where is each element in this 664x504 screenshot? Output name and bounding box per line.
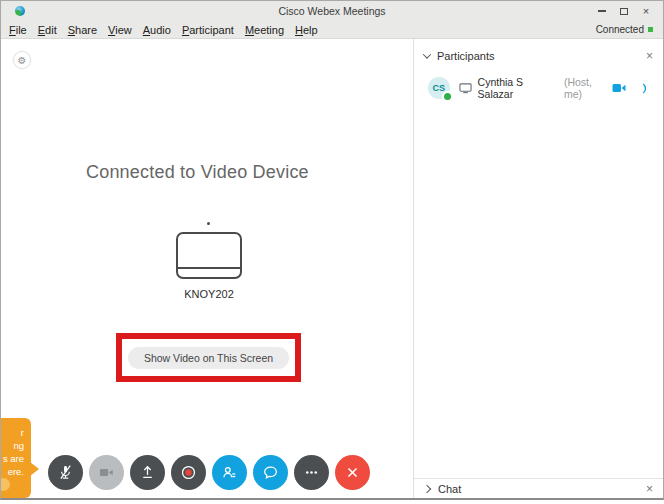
webex-window: Cisco Webex Meetings × File Edit Share V… — [0, 0, 664, 500]
participant-row[interactable]: CS Cynthia S Salazar (Host, me) — [414, 68, 663, 106]
menu-audio[interactable]: Audio — [143, 24, 171, 36]
close-x-icon — [344, 464, 361, 481]
participant-audio-icon[interactable] — [642, 83, 649, 94]
participants-close-button[interactable]: × — [646, 50, 653, 62]
participants-icon — [221, 464, 238, 481]
maximize-button[interactable] — [617, 4, 631, 18]
chat-panel-header[interactable]: Chat × — [414, 478, 663, 498]
connected-indicator-icon — [648, 27, 653, 32]
record-icon — [180, 464, 197, 481]
participant-name: Cynthia S Salazar — [478, 76, 560, 100]
video-system-icon — [459, 82, 472, 94]
chat-close-button[interactable]: × — [646, 483, 653, 495]
minimize-button[interactable] — [595, 4, 609, 18]
window-title: Cisco Webex Meetings — [1, 5, 663, 17]
title-bar: Cisco Webex Meetings × — [1, 1, 663, 21]
chevron-right-icon — [423, 484, 431, 492]
menu-file[interactable]: File — [9, 24, 27, 36]
device-camera-dot-icon — [207, 222, 210, 225]
connection-status: Connected — [596, 24, 663, 35]
chat-panel-title: Chat — [438, 483, 461, 495]
meeting-controls — [48, 455, 370, 490]
menu-participant[interactable]: Participant — [182, 24, 234, 36]
close-icon: × — [643, 5, 649, 17]
menu-view[interactable]: View — [108, 24, 132, 36]
start-video-button[interactable] — [89, 455, 124, 490]
connection-status-label: Connected — [596, 24, 644, 35]
gear-icon: ⚙ — [18, 55, 27, 66]
menu-edit[interactable]: Edit — [38, 24, 57, 36]
chat-bubble-icon — [262, 464, 279, 481]
ellipsis-icon — [303, 464, 320, 481]
side-panel: Participants × CS Cynthia S Salazar (Hos… — [413, 39, 663, 498]
chat-button[interactable] — [253, 455, 288, 490]
camera-icon — [98, 464, 115, 481]
minimize-icon — [598, 10, 606, 12]
show-video-button[interactable]: Show Video on This Screen — [128, 347, 289, 369]
meeting-canvas: ⚙ Connected to Video Device KNOY202 Show… — [1, 39, 413, 498]
participant-camera-icon[interactable] — [612, 83, 626, 93]
more-options-button[interactable] — [294, 455, 329, 490]
tooltip-line: r — [0, 426, 24, 439]
mute-audio-button[interactable] — [48, 455, 83, 490]
participants-panel-title: Participants — [437, 50, 494, 62]
tooltip-line: s are — [0, 452, 24, 465]
maximize-icon — [620, 8, 628, 15]
menu-meeting[interactable]: Meeting — [245, 24, 284, 36]
participants-button[interactable] — [212, 455, 247, 490]
menu-help[interactable]: Help — [295, 24, 318, 36]
avatar: CS — [428, 77, 450, 99]
video-device-icon — [176, 232, 242, 279]
share-arrow-icon — [139, 464, 156, 481]
device-name-label: KNOY202 — [149, 288, 269, 300]
connected-device-badge — [442, 91, 453, 102]
share-content-button[interactable] — [130, 455, 165, 490]
tooltip-pointer — [30, 462, 39, 476]
mic-muted-icon — [57, 464, 74, 481]
participants-panel-header[interactable]: Participants × — [414, 44, 663, 68]
menu-share[interactable]: Share — [68, 24, 97, 36]
leave-meeting-button[interactable] — [335, 455, 370, 490]
tooltip-line: ng — [0, 439, 24, 452]
tooltip-dot — [0, 478, 10, 491]
record-button[interactable] — [171, 455, 206, 490]
page-title: Connected to Video Device — [86, 162, 309, 183]
menu-bar: File Edit Share View Audio Participant M… — [1, 21, 663, 39]
tooltip-line: ere. — [0, 465, 24, 478]
tooltip: r ng s are ere. — [0, 418, 31, 498]
participant-role: (Host, me) — [564, 76, 612, 100]
chevron-down-icon — [423, 50, 431, 58]
close-button[interactable]: × — [639, 4, 653, 18]
meeting-info-button[interactable]: ⚙ — [13, 51, 31, 69]
